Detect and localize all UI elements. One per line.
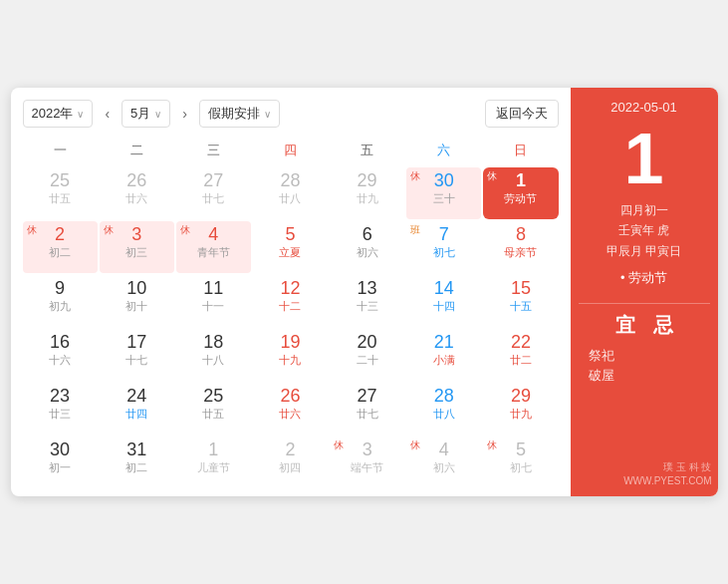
day-cell[interactable]: 20二十 <box>330 329 404 381</box>
day-cell[interactable]: 17十七 <box>100 329 174 381</box>
day-cell[interactable]: 25廿五 <box>176 383 251 435</box>
year-select[interactable]: 2022年 ∨ <box>23 100 94 128</box>
day-cell[interactable]: 休1劳动节 <box>483 167 558 219</box>
day-cell[interactable]: 休30三十 <box>406 167 481 219</box>
day-cell[interactable]: 25廿五 <box>23 167 98 219</box>
day-lunar: 十七 <box>125 354 147 367</box>
day-number: 8 <box>516 224 526 246</box>
day-lunar: 十六 <box>49 354 71 367</box>
month-chevron: ∨ <box>154 109 161 120</box>
day-number: 23 <box>50 386 70 408</box>
year-label: 2022年 <box>32 105 74 123</box>
day-tag: 休 <box>410 438 420 452</box>
back-today-button[interactable]: 返回今天 <box>485 100 559 128</box>
day-number: 15 <box>511 278 531 300</box>
day-cell[interactable]: 12十二 <box>253 275 328 327</box>
holiday-chevron: ∨ <box>264 109 271 120</box>
day-cell[interactable]: 23廿三 <box>23 383 98 435</box>
day-number: 24 <box>126 386 146 408</box>
day-number: 9 <box>55 278 65 300</box>
day-lunar: 二十 <box>357 354 378 367</box>
day-cell[interactable]: 班7初七 <box>406 221 481 273</box>
calendar-header: 2022年 ∨ ‹ 5月 ∨ › 假期安排 ∨ 返回今天 <box>23 100 559 128</box>
day-lunar: 廿七 <box>357 408 378 421</box>
prev-month-button[interactable]: ‹ <box>101 104 114 124</box>
day-cell[interactable]: 2初四 <box>253 437 328 488</box>
day-number: 16 <box>50 332 70 354</box>
day-number: 1 <box>208 439 218 461</box>
day-lunar: 三十 <box>433 192 455 205</box>
day-cell[interactable]: 28廿八 <box>406 383 481 435</box>
day-tag: 班 <box>410 223 420 237</box>
day-number: 26 <box>126 170 146 192</box>
sidebar-lunar: 四月初一 壬寅年 虎 甲辰月 甲寅日 <box>607 200 681 261</box>
weekday-sun: 日 <box>482 138 559 163</box>
day-cell[interactable]: 休3端午节 <box>330 437 404 488</box>
day-lunar: 青年节 <box>197 246 230 259</box>
day-cell[interactable]: 21小满 <box>406 329 481 381</box>
day-cell[interactable]: 18十八 <box>176 329 251 381</box>
day-cell[interactable]: 11十一 <box>176 275 251 327</box>
day-cell[interactable]: 6初六 <box>330 221 404 273</box>
day-lunar: 十一 <box>202 300 224 313</box>
ji-item: 破屋 <box>589 367 710 385</box>
day-cell[interactable]: 27廿七 <box>330 383 404 435</box>
day-cell[interactable]: 休4初六 <box>406 437 481 488</box>
day-number: 19 <box>280 332 300 354</box>
day-lunar: 廿八 <box>279 192 301 205</box>
day-lunar: 初二 <box>125 461 147 474</box>
day-lunar: 廿六 <box>125 192 147 205</box>
day-cell[interactable]: 16十六 <box>23 329 98 381</box>
day-cell[interactable]: 27廿七 <box>176 167 251 219</box>
day-cell[interactable]: 休4青年节 <box>176 221 251 273</box>
day-cell[interactable]: 19十九 <box>253 329 328 381</box>
watermark: 璞 玉 科 技 WWW.PYEST.COM <box>623 460 711 488</box>
day-cell[interactable]: 休2初二 <box>23 221 98 273</box>
day-number: 11 <box>203 278 223 300</box>
day-cell[interactable]: 30初一 <box>23 437 98 488</box>
day-number: 10 <box>126 278 146 300</box>
day-lunar: 十二 <box>279 300 301 313</box>
day-cell[interactable]: 26廿六 <box>100 167 174 219</box>
day-cell[interactable]: 休3初三 <box>100 221 174 273</box>
month-select[interactable]: 5月 ∨ <box>121 100 170 128</box>
day-cell[interactable]: 13十三 <box>330 275 404 327</box>
day-cell[interactable]: 26廿六 <box>253 383 328 435</box>
day-lunar: 初三 <box>125 246 147 259</box>
day-cell[interactable]: 22廿二 <box>483 329 558 381</box>
day-cell[interactable]: 9初九 <box>23 275 98 327</box>
calendar-sidebar: 2022-05-01 1 四月初一 壬寅年 虎 甲辰月 甲寅日 • 劳动节 宜 … <box>571 88 718 496</box>
day-cell[interactable]: 29廿九 <box>483 383 558 435</box>
next-month-button[interactable]: › <box>178 104 191 124</box>
day-lunar: 廿八 <box>433 408 455 421</box>
calendar-main: 2022年 ∨ ‹ 5月 ∨ › 假期安排 ∨ 返回今天 一 二 三 四 五 六… <box>11 88 571 496</box>
day-lunar: 儿童节 <box>197 461 230 474</box>
day-lunar: 廿六 <box>279 408 301 421</box>
day-cell[interactable]: 28廿八 <box>253 167 328 219</box>
day-cell[interactable]: 8母亲节 <box>483 221 558 273</box>
sidebar-lunar-line3: 甲辰月 甲寅日 <box>607 241 681 261</box>
day-cell[interactable]: 14十四 <box>406 275 481 327</box>
day-number: 29 <box>511 386 531 408</box>
day-cell[interactable]: 15十五 <box>483 275 558 327</box>
day-cell[interactable]: 31初二 <box>100 437 174 488</box>
day-cell[interactable]: 29廿九 <box>330 167 404 219</box>
day-cell[interactable]: 5立夏 <box>253 221 328 273</box>
day-cell[interactable]: 休5初七 <box>483 437 558 488</box>
day-number: 27 <box>203 170 223 192</box>
weekday-thu: 四 <box>252 138 329 163</box>
day-number: 28 <box>434 386 454 408</box>
day-cell[interactable]: 24廿四 <box>100 383 174 435</box>
day-cell[interactable]: 1儿童节 <box>176 437 251 488</box>
holiday-select[interactable]: 假期安排 ∨ <box>199 100 280 128</box>
day-lunar: 十五 <box>510 300 532 313</box>
day-cell[interactable]: 10初十 <box>100 275 174 327</box>
day-lunar: 立夏 <box>279 246 301 259</box>
day-number: 22 <box>511 332 531 354</box>
day-number: 17 <box>126 332 146 354</box>
day-number: 25 <box>50 170 70 192</box>
sidebar-day-big: 1 <box>623 123 663 194</box>
watermark-line2: WWW.PYEST.COM <box>623 474 711 488</box>
sidebar-holiday-label: • 劳动节 <box>620 269 667 287</box>
weekday-fri: 五 <box>329 138 405 163</box>
